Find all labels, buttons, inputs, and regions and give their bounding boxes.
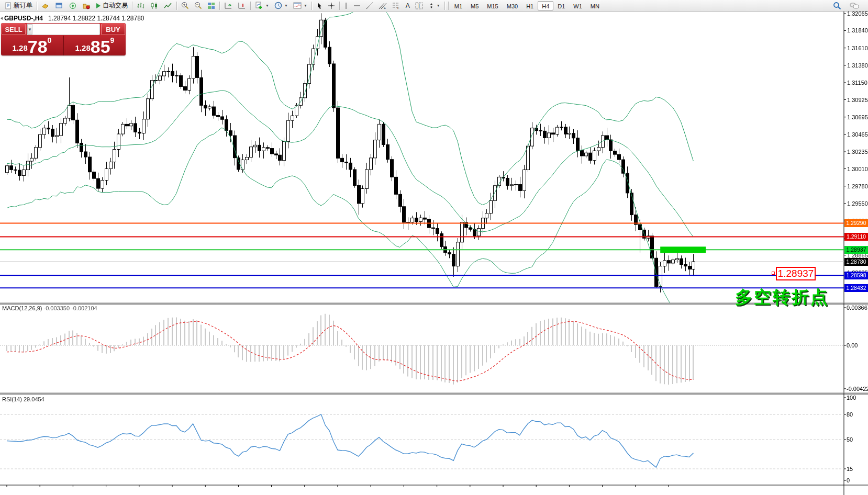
timeframe-h4[interactable]: H4 [538, 1, 553, 10]
timeframe-m1[interactable]: M1 [450, 1, 466, 10]
marketwatch-icon[interactable] [39, 1, 52, 11]
timeframe-w1[interactable]: W1 [569, 1, 586, 10]
new-order-button[interactable]: 新订单 [2, 1, 35, 11]
zoomin-glyph [181, 2, 189, 9]
buy-price-prefix: 1.28 [75, 43, 91, 52]
timeframe-m15[interactable]: M15 [483, 1, 502, 10]
vertical-line-icon[interactable] [341, 1, 351, 11]
indwin-glyph [293, 2, 302, 9]
price-axis-tick: 1.29550 [847, 200, 868, 207]
channel-glyph: E [379, 2, 387, 9]
gold-glyph [41, 2, 50, 9]
ohlc-values: 1.28794 1.28822 1.28744 1.28780 [48, 15, 144, 22]
rsi-label: RSI(14) 29.0454 [2, 396, 44, 402]
timeframe-clock-button[interactable]: ▼ [272, 1, 291, 11]
zoomout-glyph [194, 2, 202, 9]
volume-input[interactable] [32, 24, 100, 35]
toolbar-separator [339, 2, 340, 10]
price-axis-tick: 1.30695 [847, 114, 868, 120]
bar-chart-icon[interactable] [134, 1, 148, 11]
arrows-icon[interactable]: ▼ [426, 1, 443, 11]
ascroll-glyph [224, 2, 232, 9]
callout-anchor-handle[interactable] [772, 272, 775, 275]
chart-window: GBPUSD-,H4 1.28794 1.28822 1.28744 1.287… [0, 12, 868, 495]
price-axis-tick: 1.30010 [847, 166, 868, 172]
candlestick-icon[interactable] [148, 1, 161, 11]
autoscroll-icon[interactable] [221, 1, 235, 11]
navigator-icon[interactable] [66, 1, 80, 11]
zoom-out-icon[interactable] [192, 1, 205, 11]
toolbar-separator [132, 2, 132, 10]
buy-button[interactable]: BUY [101, 24, 125, 35]
data-window-icon[interactable] [52, 1, 66, 11]
timeframe-m5[interactable]: M5 [466, 1, 483, 10]
chart-shift-icon[interactable] [235, 1, 249, 11]
toolbar-separator [250, 2, 251, 10]
price-axis-tick: 1.30235 [847, 149, 868, 155]
autotrading-button[interactable]: 自动交易 [93, 1, 130, 11]
text-label-icon[interactable]: T [413, 1, 426, 11]
new-order-button-label: 新订单 [14, 1, 32, 10]
crosshair-glyph [328, 2, 335, 9]
rsi-scale-tick: 80 [847, 411, 853, 418]
trendline-icon[interactable] [363, 1, 376, 11]
new-chart-button[interactable]: ▼ [252, 1, 272, 11]
timeframe-d1[interactable]: D1 [553, 1, 569, 10]
macd-scale-tick: 0.00 [847, 342, 858, 348]
volume-down-button[interactable]: ▼ [27, 24, 32, 35]
horizontal-line-icon[interactable] [351, 1, 363, 11]
text-icon[interactable]: A [403, 1, 413, 11]
crosshair-icon[interactable] [325, 1, 338, 11]
toolbar: 新订单自动交易▼▼▼EFAT▼M1M5M15M30H1H4D1W1MN [0, 0, 868, 12]
toolbar-separator [37, 2, 37, 10]
cursor-icon[interactable] [314, 1, 325, 11]
arrows-glyph [428, 3, 435, 9]
search-icon[interactable] [830, 1, 844, 11]
timeframe-m30[interactable]: M30 [503, 1, 522, 10]
price-axis-tick: 1.30465 [847, 131, 868, 138]
price-axis-tick: 1.30925 [847, 97, 868, 103]
tile-windows-icon[interactable] [205, 1, 218, 11]
toolbar-separator [448, 2, 449, 10]
svg-text:E: E [384, 6, 386, 9]
buy-price[interactable]: 1.28 85 9 [64, 36, 126, 55]
chart-canvas[interactable] [0, 12, 868, 495]
fibonacci-icon[interactable]: F [390, 1, 403, 11]
sell-button[interactable]: SELL [2, 24, 26, 35]
autotrading-button-label: 自动交易 [103, 1, 128, 10]
hline-glyph [353, 4, 361, 8]
annotation-text[interactable]: 多空转折点 [735, 286, 829, 309]
svg-text:F: F [397, 6, 399, 9]
rsi-scale-tick: 50 [847, 436, 853, 443]
data-window-collapse-icon[interactable] [1, 17, 3, 20]
equidistant-channel-icon[interactable]: E [376, 1, 390, 11]
tiles-glyph [207, 2, 215, 9]
price-axis-tick: 1.31610 [847, 45, 868, 51]
price-axis-tick: 1.31840 [847, 27, 868, 33]
timeframe-mn[interactable]: MN [586, 1, 604, 10]
play-glyph [96, 3, 101, 9]
price-callout-label[interactable]: 1.28937 [776, 267, 816, 280]
zoom-in-icon[interactable] [179, 1, 192, 11]
rsi-scale-tick: 0 [847, 477, 850, 483]
text-icon-label: A [406, 2, 410, 9]
trend-glyph [366, 2, 373, 9]
svg-text:T: T [417, 3, 420, 9]
chart-title: GBPUSD-,H4 1.28794 1.28822 1.28744 1.287… [4, 15, 144, 22]
price-line-badge: 1.28598 [844, 272, 868, 279]
bars-glyph [137, 2, 145, 9]
indicators-button[interactable]: ▼ [291, 1, 310, 11]
chat-icon[interactable] [847, 1, 862, 11]
vline-glyph [344, 2, 348, 9]
price-line-badge: 1.28937 [844, 246, 868, 254]
sell-price-sup: 0 [48, 36, 52, 44]
candles-glyph [150, 2, 159, 9]
timeframe-h1[interactable]: H1 [522, 1, 538, 10]
clock-glyph [274, 2, 282, 9]
line-chart-icon[interactable] [161, 1, 175, 11]
sell-price[interactable]: 1.28 78 0 [1, 36, 64, 55]
bluewin-glyph [55, 2, 63, 9]
terminal-icon[interactable] [80, 1, 93, 11]
doc-glyph [5, 2, 12, 9]
rsi-scale-tick: 15 [847, 466, 853, 472]
